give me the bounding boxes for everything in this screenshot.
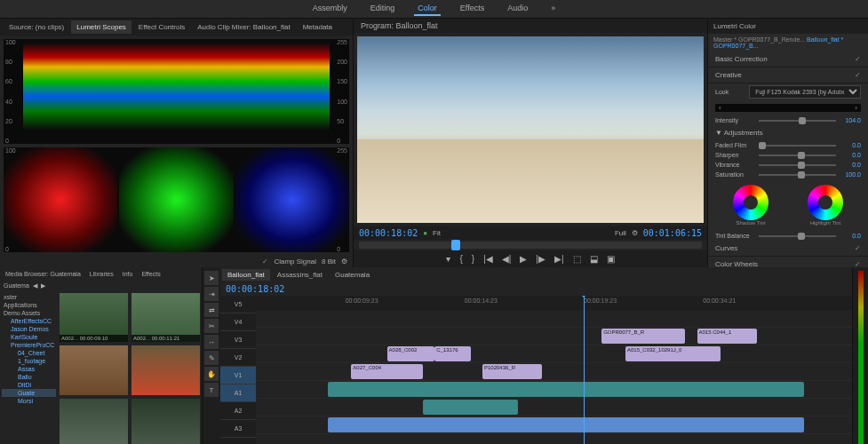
sharpen-slider[interactable] <box>759 155 836 156</box>
ripple-tool[interactable]: ⇄ <box>204 303 219 317</box>
step-fwd-button[interactable]: |▶ <box>536 254 545 264</box>
highlight-tint-wheel[interactable] <box>808 185 843 220</box>
track-header-v1[interactable]: V1 <box>220 367 256 385</box>
program-scrubber[interactable] <box>359 242 702 249</box>
settings-icon[interactable]: ⚙ <box>632 229 638 237</box>
track-header-v3[interactable]: V3 <box>220 331 256 349</box>
nav-fwd-icon[interactable]: ▶ <box>41 282 45 289</box>
tree-item[interactable]: KarlSoule <box>2 333 56 341</box>
sequence-tab[interactable]: Assassins_flat <box>272 269 328 281</box>
track-header-v5[interactable]: V5 <box>220 296 256 313</box>
info-tab[interactable]: Info <box>119 269 137 279</box>
timeline-clip[interactable]: A015 C044_1 <box>697 329 757 344</box>
source-tab[interactable]: Source: (no clips) <box>4 20 69 34</box>
tree-item[interactable]: PremiereProCC <box>2 341 56 349</box>
lift-button[interactable]: ⬚ <box>573 254 581 264</box>
tree-item[interactable]: Jason Demos <box>2 325 56 333</box>
tree-item[interactable]: xster <box>2 293 56 301</box>
look-prev-icon[interactable]: ‹ <box>719 104 721 112</box>
shadow-tint-wheel[interactable] <box>733 185 768 220</box>
timecode-in[interactable]: 00:00:18:02 <box>359 228 418 238</box>
tree-item[interactable]: 1_footage <box>2 357 56 365</box>
creative-section[interactable]: Creative✓ <box>708 67 868 83</box>
media-thumb[interactable] <box>60 345 128 394</box>
look-select[interactable]: Fuji F125 Kodak 2393 (by Adobe) <box>749 85 861 99</box>
timeline-clip[interactable] <box>328 382 805 397</box>
timeline-clip[interactable]: P1020436_R <box>482 364 542 379</box>
effect-controls-tab[interactable]: Effect Controls <box>133 20 190 34</box>
tree-item[interactable]: Applications <box>2 301 56 309</box>
track-select-tool[interactable]: ⇥ <box>204 287 219 301</box>
track-header-v4[interactable]: V4 <box>220 313 256 331</box>
pen-tool[interactable]: ✎ <box>204 351 219 365</box>
track-header-v2[interactable]: V2 <box>220 349 256 367</box>
go-to-out-button[interactable]: ▶| <box>554 254 564 264</box>
lumetri-scopes-tab[interactable]: Lumetri Scopes <box>71 20 131 34</box>
mark-in-button[interactable]: { <box>459 254 462 264</box>
sequence-tab[interactable]: Balloon_flat <box>222 269 270 281</box>
tree-item[interactable]: Demo Assets <box>2 309 56 317</box>
track-header-a2[interactable]: A2 <box>220 402 256 420</box>
media-thumb[interactable]: A002... 00:00:09:10 <box>60 293 128 342</box>
timeline-clip[interactable]: GOPR0077_B_R <box>601 329 685 344</box>
export-frame-button[interactable]: ▣ <box>607 254 615 264</box>
tree-item[interactable]: DitDi <box>2 381 56 389</box>
timeline-clip[interactable] <box>328 417 805 432</box>
nav-back-icon[interactable]: ◀ <box>33 282 37 289</box>
timeline-clip[interactable] <box>423 400 518 415</box>
tree-item[interactable]: Guate <box>2 389 56 397</box>
timeline-timecode[interactable]: 00:00:18:02 <box>226 284 284 294</box>
clamp-signal-check[interactable]: ✓ <box>262 258 268 266</box>
play-button[interactable]: ▶ <box>520 254 527 264</box>
bit-depth-select[interactable]: 8 Bit <box>322 258 336 266</box>
libraries-tab[interactable]: Libraries <box>86 269 117 279</box>
ws-color[interactable]: Color <box>414 2 441 16</box>
track-header-a1[interactable]: A1 <box>220 385 256 402</box>
tree-item[interactable]: Morsi <box>2 397 56 405</box>
selection-tool[interactable]: ➤ <box>204 271 219 285</box>
razor-tool[interactable]: ✂ <box>204 319 219 333</box>
add-marker-button[interactable]: ▾ <box>446 254 450 264</box>
saturation-slider[interactable] <box>759 174 836 176</box>
track-header-a4[interactable]: A4 <box>220 438 256 444</box>
playhead[interactable] <box>584 296 585 444</box>
timecode-out[interactable]: 00:01:06:15 <box>643 228 702 238</box>
vibrance-slider[interactable] <box>759 164 836 166</box>
quality-select[interactable]: Full <box>615 229 626 237</box>
scope-settings-icon[interactable]: ⚙ <box>341 258 347 266</box>
tree-item[interactable]: 04_Cheet <box>2 349 56 357</box>
sequence-tab[interactable]: Guatemala <box>330 269 375 281</box>
effects-tab[interactable]: Effects <box>138 269 163 279</box>
intensity-slider[interactable] <box>759 120 836 122</box>
track-header-a3[interactable]: A3 <box>220 420 256 438</box>
adjustments-header[interactable]: ▼ Adjustments <box>708 125 868 140</box>
go-to-in-button[interactable]: |◀ <box>483 254 493 264</box>
look-next-icon[interactable]: › <box>855 104 857 112</box>
extract-button[interactable]: ⬓ <box>590 254 598 264</box>
media-thumb[interactable]: A002... 00:00:11:21 <box>131 293 200 342</box>
ws-audio[interactable]: Audio <box>504 2 531 16</box>
timeline-tracks[interactable]: 00:00:09:23 00:00:14:23 00:00:19:23 00:0… <box>256 296 852 444</box>
tree-item[interactable]: AfterEffectsCC <box>2 317 56 325</box>
zoom-select[interactable]: Fit <box>433 229 441 237</box>
mark-out-button[interactable]: } <box>472 254 474 264</box>
ws-editing[interactable]: Editing <box>367 2 399 16</box>
timeline-clip[interactable]: A028_C002 <box>387 346 435 361</box>
tint-balance-slider[interactable] <box>759 235 836 237</box>
faded-film-slider[interactable] <box>759 145 836 147</box>
media-thumb[interactable] <box>60 399 128 444</box>
audio-mixer-tab[interactable]: Audio Clip Mixer: Balloon_flat <box>192 20 296 34</box>
timeline-clip[interactable]: A015_C032_10291J_0 <box>625 346 721 361</box>
curves-section[interactable]: Curves✓ <box>708 241 868 257</box>
ws-assembly[interactable]: Assembly <box>309 2 351 16</box>
hand-tool[interactable]: ✋ <box>204 367 219 381</box>
media-path[interactable]: Guatema <box>4 282 29 289</box>
tree-item[interactable]: Assas <box>2 365 56 373</box>
media-thumb[interactable] <box>131 345 200 394</box>
type-tool[interactable]: T <box>204 383 219 397</box>
program-viewer[interactable] <box>357 36 704 223</box>
slip-tool[interactable]: ↔ <box>204 335 219 349</box>
ws-effects[interactable]: Effects <box>457 2 488 16</box>
ws-overflow-icon[interactable]: » <box>547 2 559 16</box>
step-back-button[interactable]: ◀| <box>502 254 512 264</box>
